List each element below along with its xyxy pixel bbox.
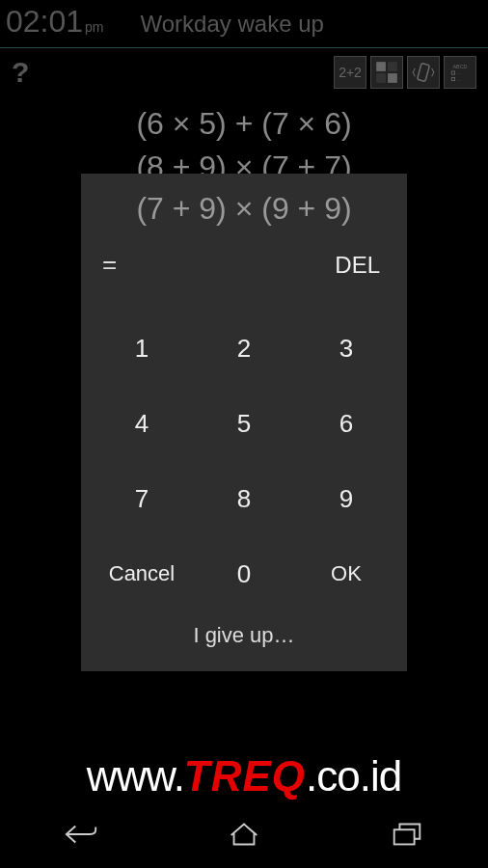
key-5[interactable]: 5 (193, 386, 295, 461)
key-4[interactable]: 4 (91, 386, 193, 461)
keypad: 1 2 3 4 5 6 7 8 9 Cancel 0 OK (81, 291, 407, 611)
back-button[interactable] (63, 820, 99, 853)
watermark-post: .co.id (306, 752, 401, 800)
equals-label: = (102, 250, 117, 280)
pattern-mode-icon[interactable] (370, 56, 403, 89)
svg-rect-3 (388, 73, 397, 83)
toolbar: ? 2+2 ABCD...... (0, 48, 488, 96)
answer-modal: (7 + 9) × (9 + 9) = DEL 1 2 3 4 5 6 7 8 … (81, 174, 407, 671)
alarm-time-suffix: pm (85, 19, 103, 35)
delete-button[interactable]: DEL (335, 252, 380, 279)
math-mode-icon[interactable]: 2+2 (334, 56, 366, 89)
recents-button[interactable] (389, 820, 425, 853)
status-header: 02:01 pm Workday wake up (0, 0, 488, 48)
key-1[interactable]: 1 (91, 311, 193, 386)
alarm-time: 02:01 (6, 4, 83, 40)
shake-mode-icon[interactable] (407, 56, 440, 89)
svg-text:...: ... (457, 70, 461, 75)
key-6[interactable]: 6 (295, 386, 397, 461)
home-button[interactable] (226, 820, 262, 853)
text-mode-icon[interactable]: ABCD...... (444, 56, 476, 89)
watermark-brand: TREQ (184, 752, 306, 800)
svg-rect-1 (388, 62, 397, 71)
android-navbar (0, 804, 488, 868)
ok-button[interactable]: OK (295, 536, 397, 611)
svg-rect-0 (376, 62, 386, 71)
current-problem: (7 + 9) × (9 + 9) (81, 174, 407, 236)
svg-text:ABCD: ABCD (452, 64, 467, 69)
key-8[interactable]: 8 (193, 461, 295, 536)
svg-rect-2 (376, 73, 386, 83)
svg-rect-4 (418, 64, 430, 82)
input-row: = DEL (81, 236, 407, 291)
svg-text:...: ... (457, 77, 461, 82)
key-0[interactable]: 0 (193, 536, 295, 611)
mode-icons: 2+2 ABCD...... (334, 56, 476, 89)
problem-line-1: (6 × 5) + (7 × 6) (0, 106, 488, 142)
help-icon[interactable]: ? (12, 56, 29, 89)
svg-rect-8 (451, 77, 454, 80)
svg-rect-6 (451, 71, 454, 74)
watermark-pre: www. (87, 752, 184, 800)
key-3[interactable]: 3 (295, 311, 397, 386)
key-2[interactable]: 2 (193, 311, 295, 386)
watermark: www.TREQ.co.id (0, 752, 488, 800)
svg-rect-10 (393, 829, 414, 844)
key-7[interactable]: 7 (91, 461, 193, 536)
cancel-button[interactable]: Cancel (91, 536, 193, 611)
key-9[interactable]: 9 (295, 461, 397, 536)
alarm-title: Workday wake up (141, 11, 324, 38)
give-up-button[interactable]: I give up… (81, 623, 407, 648)
